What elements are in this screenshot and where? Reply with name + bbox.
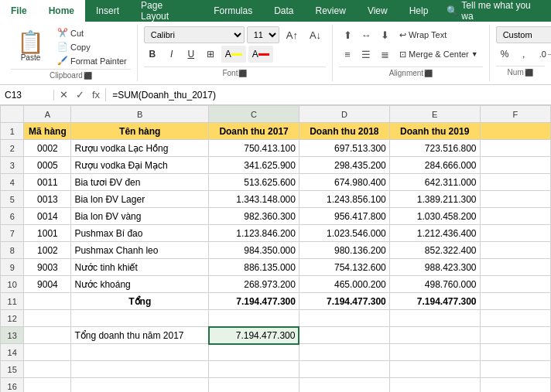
- table-cell[interactable]: 1.389.211.300: [389, 191, 480, 208]
- number-expand-icon[interactable]: ⬛: [525, 69, 533, 77]
- table-cell[interactable]: [480, 208, 550, 225]
- table-cell[interactable]: Pushmax Chanh leo: [71, 242, 209, 259]
- table-cell[interactable]: 723.516.800: [389, 140, 480, 157]
- tab-review[interactable]: Review: [305, 0, 357, 22]
- font-color-button[interactable]: A: [248, 46, 273, 63]
- table-cell[interactable]: [480, 293, 550, 310]
- row-header-5[interactable]: 5: [1, 191, 24, 208]
- table-cell[interactable]: 0002: [24, 140, 71, 157]
- row-header-6[interactable]: 6: [1, 208, 24, 225]
- table-cell[interactable]: 980.136.200: [299, 242, 389, 259]
- table-cell[interactable]: 1.030.458.200: [389, 208, 480, 225]
- align-left-button[interactable]: ≡: [339, 46, 356, 63]
- percent-button[interactable]: %: [496, 46, 513, 63]
- table-cell[interactable]: Rượu vodka Lạc Hồng: [71, 140, 209, 157]
- italic-button[interactable]: I: [163, 46, 180, 63]
- table-cell[interactable]: Doanh thu 2019: [389, 123, 480, 140]
- font-expand-icon[interactable]: ⬛: [238, 70, 247, 77]
- table-cell[interactable]: 465.000.200: [299, 276, 389, 293]
- align-center-button[interactable]: ☰: [358, 46, 375, 63]
- number-format-select[interactable]: Custom General Number Currency Accountin…: [496, 26, 551, 43]
- table-cell[interactable]: Tổng doanh thu năm 2017: [71, 327, 209, 344]
- tab-data[interactable]: Data: [263, 0, 304, 22]
- table-cell[interactable]: 0014: [24, 208, 71, 225]
- increase-decimal-button[interactable]: .0→: [535, 46, 551, 63]
- table-cell[interactable]: [480, 157, 550, 174]
- row-header-8[interactable]: 8: [1, 242, 24, 259]
- row-header-2[interactable]: 2: [1, 140, 24, 157]
- format-painter-button[interactable]: 🖌️ Format Painter: [53, 54, 131, 67]
- table-cell[interactable]: 341.625.900: [209, 157, 299, 174]
- table-cell[interactable]: 9004: [24, 276, 71, 293]
- table-cell[interactable]: 7.194.477.300: [389, 293, 480, 310]
- table-cell[interactable]: 1.123.846.200: [209, 225, 299, 242]
- row-header-14[interactable]: 14: [1, 344, 24, 361]
- table-cell[interactable]: 7.194.477.300: [209, 293, 299, 310]
- table-cell[interactable]: 982.360.300: [209, 208, 299, 225]
- table-cell[interactable]: 674.980.400: [299, 174, 389, 191]
- table-cell[interactable]: [480, 225, 550, 242]
- align-middle-button[interactable]: ↔: [358, 26, 375, 43]
- table-cell[interactable]: 0011: [24, 174, 71, 191]
- table-cell[interactable]: Rượu vodka Đại Mạch: [71, 157, 209, 174]
- paste-button[interactable]: 📋 Paste: [11, 27, 50, 66]
- table-cell[interactable]: [209, 344, 299, 361]
- table-cell[interactable]: [480, 174, 550, 191]
- table-cell[interactable]: [389, 378, 480, 393]
- table-cell[interactable]: [480, 361, 550, 378]
- table-cell[interactable]: [389, 327, 480, 344]
- table-cell[interactable]: 956.417.800: [299, 208, 389, 225]
- table-cell[interactable]: [24, 293, 71, 310]
- table-cell[interactable]: [389, 361, 480, 378]
- table-cell[interactable]: [299, 361, 389, 378]
- table-cell[interactable]: 886.135.000: [209, 259, 299, 276]
- table-cell[interactable]: [480, 242, 550, 259]
- table-cell[interactable]: [209, 378, 299, 393]
- row-header-1[interactable]: 1: [1, 123, 24, 140]
- row-header-7[interactable]: 7: [1, 225, 24, 242]
- row-header-13[interactable]: 13: [1, 327, 24, 344]
- table-cell[interactable]: Tổng: [71, 293, 209, 310]
- tab-page-layout[interactable]: Page Layout: [130, 0, 203, 22]
- alignment-expand-icon[interactable]: ⬛: [424, 70, 433, 77]
- border-button[interactable]: ⊞: [202, 46, 219, 63]
- increase-font-button[interactable]: A↑: [282, 26, 303, 43]
- table-cell[interactable]: [24, 361, 71, 378]
- tab-home[interactable]: Home: [38, 0, 85, 22]
- table-cell[interactable]: 988.423.300: [389, 259, 480, 276]
- wrap-text-button[interactable]: ↩ Wrap Text: [395, 29, 451, 42]
- table-cell[interactable]: [71, 344, 209, 361]
- table-cell[interactable]: [24, 310, 71, 327]
- merge-dropdown-icon[interactable]: ▼: [471, 50, 478, 58]
- row-header-12[interactable]: 12: [1, 310, 24, 327]
- table-cell[interactable]: [389, 310, 480, 327]
- align-right-button[interactable]: ≣: [376, 46, 393, 63]
- merge-center-button[interactable]: ⊡ Merge & Center ▼: [395, 48, 483, 61]
- table-cell[interactable]: Nước tinh khiết: [71, 259, 209, 276]
- table-cell[interactable]: [480, 259, 550, 276]
- font-name-select[interactable]: Calibri Arial Times New Roman: [144, 26, 245, 43]
- table-cell[interactable]: [299, 378, 389, 393]
- table-cell[interactable]: 1.023.546.000: [299, 225, 389, 242]
- cell-reference-box[interactable]: C13: [0, 90, 54, 101]
- font-size-select[interactable]: 8 9 10 11 12 14 16: [247, 26, 279, 43]
- table-cell[interactable]: 642.311.000: [389, 174, 480, 191]
- table-cell[interactable]: [480, 123, 550, 140]
- table-cell[interactable]: 9003: [24, 259, 71, 276]
- table-cell[interactable]: [71, 378, 209, 393]
- align-bottom-button[interactable]: ⬇: [376, 26, 393, 43]
- row-header-3[interactable]: 3: [1, 157, 24, 174]
- col-header-b[interactable]: B: [71, 106, 209, 123]
- table-cell[interactable]: 1.243.856.100: [299, 191, 389, 208]
- cut-button[interactable]: ✂️ Cut: [53, 26, 131, 39]
- table-cell[interactable]: Bia tươi ĐV đen: [71, 174, 209, 191]
- table-cell[interactable]: 1.212.436.400: [389, 225, 480, 242]
- table-cell[interactable]: 1.343.148.000: [209, 191, 299, 208]
- row-header-15[interactable]: 15: [1, 361, 24, 378]
- col-header-d[interactable]: D: [299, 106, 389, 123]
- align-top-button[interactable]: ⬆: [339, 26, 356, 43]
- table-cell[interactable]: 513.625.600: [209, 174, 299, 191]
- col-header-c[interactable]: C: [209, 106, 299, 123]
- table-cell[interactable]: [480, 378, 550, 393]
- table-cell[interactable]: [71, 361, 209, 378]
